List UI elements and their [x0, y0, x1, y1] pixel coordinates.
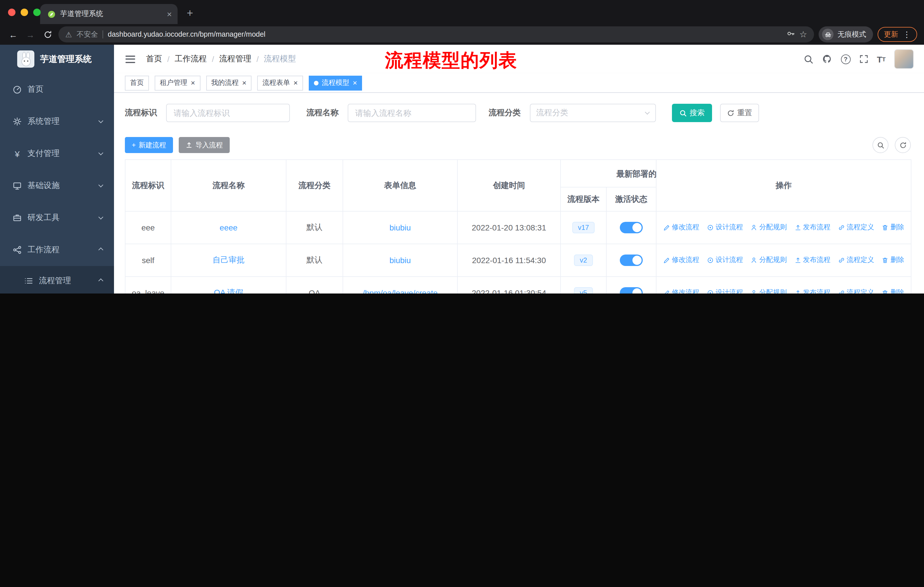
design-process-link[interactable]: 设计流程	[707, 288, 743, 294]
tab-close-icon[interactable]: ×	[167, 10, 172, 18]
bookmark-star-icon[interactable]: ☆	[799, 29, 807, 40]
import-process-button[interactable]: 导入流程	[179, 137, 230, 153]
assign-rule-link[interactable]: 分配规则	[751, 223, 787, 232]
table-tools	[873, 137, 911, 153]
edit-process-link[interactable]: 修改流程	[663, 223, 699, 232]
design-process-link[interactable]: 设计流程	[707, 223, 743, 232]
yen-icon: ¥	[13, 149, 22, 159]
tab-title: 芋道管理系统	[60, 9, 162, 19]
form-info-link[interactable]: biubiu	[389, 223, 411, 232]
sidebar-toggle-button[interactable]	[124, 53, 136, 65]
publish-process-link[interactable]: 发布流程	[794, 223, 830, 232]
tag-my-process[interactable]: 我的流程 ×	[206, 75, 251, 90]
github-link-button[interactable]	[822, 54, 832, 64]
zoom-window-button[interactable]	[33, 8, 41, 16]
edit-process-link[interactable]: 修改流程	[663, 288, 699, 294]
category-select[interactable]: 流程分类	[530, 104, 656, 122]
create-process-button[interactable]: + 新建流程	[125, 137, 173, 153]
tag-tenant[interactable]: 租户管理 ×	[155, 75, 200, 90]
password-key-icon[interactable]	[786, 29, 795, 40]
minimize-window-button[interactable]	[21, 8, 28, 16]
col-header-name: 流程名称	[171, 160, 286, 211]
form-info-link[interactable]: /bpm/oa/leave/create	[363, 288, 438, 293]
link-icon	[838, 257, 845, 264]
sidebar-item-devtools[interactable]: 研发工具	[0, 202, 114, 234]
url-text[interactable]: dashboard.yudao.iocoder.cn/bpm/manager/m…	[108, 30, 782, 38]
process-name-link[interactable]: OA 请假	[214, 288, 243, 293]
delete-process-link[interactable]: 删除	[882, 255, 904, 265]
tag-close-icon[interactable]: ×	[191, 79, 195, 86]
process-name-link[interactable]: eeee	[220, 223, 238, 232]
table-search-button[interactable]	[873, 137, 888, 153]
category-select-placeholder: 流程分类	[536, 108, 568, 118]
sidebar-item-label: 系统管理	[28, 116, 59, 127]
sidebar-item-label: 基础设施	[28, 180, 59, 191]
security-warning-icon[interactable]: ⚠	[65, 30, 72, 39]
tag-home[interactable]: 首页	[125, 75, 149, 90]
tag-close-icon[interactable]: ×	[353, 79, 357, 86]
sidebar-item-payment[interactable]: ¥ 支付管理	[0, 137, 114, 170]
breadcrumb-home[interactable]: 首页	[146, 54, 162, 64]
tag-process-form[interactable]: 流程表单 ×	[257, 75, 303, 90]
reset-button[interactable]: 重置	[720, 104, 759, 122]
active-toggle[interactable]	[620, 222, 643, 233]
process-name-input[interactable]	[348, 104, 476, 122]
new-tab-button[interactable]: +	[187, 7, 193, 20]
tag-close-icon[interactable]: ×	[293, 79, 298, 86]
process-id-input[interactable]	[166, 104, 290, 122]
security-label: 不安全	[76, 30, 98, 39]
reload-button[interactable]	[41, 30, 54, 39]
breadcrumb-workflow[interactable]: 工作流程	[175, 54, 207, 64]
person-icon	[751, 257, 757, 264]
breadcrumb-process-management[interactable]: 流程管理	[219, 54, 251, 64]
sidebar-item-workflow[interactable]: 工作流程	[0, 234, 114, 266]
back-button[interactable]: ←	[7, 30, 20, 39]
publish-process-link[interactable]: 发布流程	[794, 288, 830, 294]
process-definition-link[interactable]: 流程定义	[838, 288, 874, 294]
sidebar-item-process-management[interactable]: 流程管理	[0, 266, 114, 293]
assign-rule-link[interactable]: 分配规则	[751, 255, 787, 265]
search-button[interactable]: 搜索	[672, 104, 712, 122]
publish-process-link[interactable]: 发布流程	[794, 255, 830, 265]
sidebar-item-label: 研发工具	[28, 213, 59, 223]
browser-menu-icon[interactable]: ⋮	[903, 30, 911, 39]
design-process-label: 设计流程	[716, 255, 743, 265]
list-icon	[24, 276, 33, 286]
user-avatar[interactable]	[894, 49, 914, 69]
cell-created-time: 2022-01-16 11:54:30	[457, 244, 561, 276]
browser-chrome: 芋道管理系统 × + ← → ⚠ 不安全 dashboard.yudao.ioc…	[0, 0, 924, 45]
process-name-link[interactable]: 自己审批	[213, 255, 244, 264]
forward-button[interactable]: →	[24, 30, 37, 39]
col-header-active: 激活状态	[606, 187, 656, 211]
browser-tab[interactable]: 芋道管理系统 ×	[40, 4, 178, 24]
delete-process-link[interactable]: 删除	[882, 288, 904, 294]
form-info-link[interactable]: biubiu	[389, 256, 411, 265]
assign-rule-label: 分配规则	[759, 255, 787, 265]
assign-rule-link[interactable]: 分配规则	[751, 288, 787, 294]
edit-process-link[interactable]: 修改流程	[663, 255, 699, 265]
help-button[interactable]: ?	[841, 54, 850, 64]
tag-close-icon[interactable]: ×	[242, 79, 246, 86]
sidebar-item-infrastructure[interactable]: 基础设施	[0, 170, 114, 202]
pencil-icon	[663, 289, 670, 294]
browser-update-button[interactable]: 更新 ⋮	[878, 27, 917, 42]
close-window-button[interactable]	[8, 8, 15, 16]
process-definition-link[interactable]: 流程定义	[838, 255, 874, 265]
header-search-button[interactable]	[804, 54, 813, 64]
tag-process-model[interactable]: 流程模型 ×	[309, 75, 362, 90]
browser-window: 芋道管理系统 × + ← → ⚠ 不安全 dashboard.yudao.ioc…	[0, 0, 924, 293]
font-size-button[interactable]	[877, 54, 886, 64]
active-toggle[interactable]	[620, 255, 643, 266]
process-definition-link[interactable]: 流程定义	[838, 223, 874, 232]
design-process-link[interactable]: 设计流程	[707, 255, 743, 265]
sidebar-item-home[interactable]: 首页	[0, 73, 114, 106]
process-definition-label: 流程定义	[846, 255, 874, 265]
delete-process-link[interactable]: 删除	[882, 223, 904, 232]
active-toggle[interactable]	[620, 287, 643, 293]
chevron-down-icon	[99, 183, 103, 187]
sidebar-item-system[interactable]: 系统管理	[0, 106, 114, 137]
address-bar[interactable]: ⚠ 不安全 dashboard.yudao.iocoder.cn/bpm/man…	[58, 26, 814, 42]
fullscreen-button[interactable]	[859, 55, 868, 64]
table-refresh-button[interactable]	[895, 137, 911, 153]
table-row: oa_leave OA 请假 OA /bpm/oa/leave/create 2…	[125, 276, 911, 293]
